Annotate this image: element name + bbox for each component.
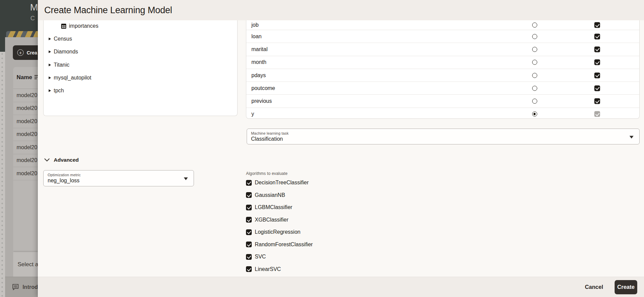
bg-table-row[interactable]: model20 <box>13 102 38 115</box>
tree-item-label: Diamonds <box>54 49 78 55</box>
feature-checkbox-disabled <box>594 111 600 117</box>
feature-checkbox[interactable] <box>594 60 600 65</box>
feature-checkbox[interactable] <box>594 22 600 28</box>
app-logo: M <box>30 2 38 13</box>
feature-checkbox[interactable] <box>594 85 600 91</box>
tree-item-tpch[interactable]: tpch <box>44 84 237 97</box>
algorithm-label: LGBMClassifier <box>255 204 292 210</box>
app-banner-image <box>6 31 38 37</box>
app-dotted-background <box>0 52 5 297</box>
algorithm-xgb[interactable]: XGBClassifier <box>246 216 313 224</box>
tree-item-label: Titanic <box>54 62 70 68</box>
create-ml-model-dialog: Create Machine Learning Model importance… <box>38 0 644 297</box>
arrow-right-icon[interactable] <box>49 50 51 53</box>
tree-item-importances[interactable]: importances <box>44 20 237 32</box>
cancel-button[interactable]: Cancel <box>579 280 609 294</box>
optimization-metric-select[interactable]: Optimization metric neg_log_loss <box>43 170 194 186</box>
optimization-metric-value: neg_log_loss <box>48 178 79 184</box>
target-radio[interactable] <box>532 86 537 91</box>
arrow-right-icon[interactable] <box>49 76 51 79</box>
bg-create-button-label: Crea <box>27 50 37 55</box>
target-radio[interactable] <box>532 34 537 39</box>
dialog-body: importances Census Diamonds Titanic mysq… <box>38 20 644 277</box>
checked-checkbox[interactable] <box>246 217 252 223</box>
algorithm-label: SVC <box>255 254 266 260</box>
bg-create-model-button[interactable]: + Crea <box>13 45 40 60</box>
bg-table-row[interactable]: model20 <box>13 167 38 180</box>
advanced-label: Advanced <box>54 157 79 163</box>
algorithm-label: DecisionTreeClassifier <box>255 180 308 186</box>
checked-checkbox[interactable] <box>246 242 252 247</box>
advanced-toggle[interactable]: Advanced <box>44 157 79 163</box>
sort-icon[interactable] <box>34 75 38 80</box>
ml-task-label: Machine learning task <box>251 131 289 135</box>
bg-table-row[interactable]: model20 <box>13 89 38 102</box>
bg-models-table: Name model20 model20 model20 model20 mod… <box>13 67 38 277</box>
target-radio[interactable] <box>532 23 537 28</box>
chevron-down-icon[interactable] <box>629 136 634 138</box>
bg-table-header-name[interactable]: Name <box>17 74 32 81</box>
bg-table-hint: Select a <box>13 252 38 277</box>
column-row-pdays: pdays <box>246 69 639 82</box>
feature-checkbox[interactable] <box>594 46 600 52</box>
feature-checkbox[interactable] <box>594 33 600 39</box>
algorithm-lgbm[interactable]: LGBMClassifier <box>246 204 313 211</box>
target-radio[interactable] <box>532 60 537 65</box>
tree-item-label: tpch <box>54 88 64 94</box>
ml-task-select[interactable]: Machine learning task Classification <box>247 129 640 144</box>
algorithm-label: LinearSVC <box>255 266 281 272</box>
algorithm-linearsvc[interactable]: LinearSVC <box>246 266 313 273</box>
target-radio[interactable] <box>532 47 537 52</box>
column-row-marital: marital <box>246 43 639 56</box>
screen: M C + Crea Name model20 model20 model20 … <box>0 0 644 297</box>
feature-checkbox[interactable] <box>594 98 600 104</box>
table-icon <box>61 24 66 29</box>
target-radio[interactable] <box>532 73 537 78</box>
algorithm-label: GaussianNB <box>255 192 285 198</box>
algorithm-decisiontree[interactable]: DecisionTreeClassifier <box>246 179 313 186</box>
arrow-right-icon[interactable] <box>49 38 51 40</box>
plus-circle-icon: + <box>17 49 24 56</box>
bg-table-row[interactable]: model20 <box>13 115 38 128</box>
bg-table-row[interactable]: model20 <box>13 154 38 167</box>
column-name: job <box>251 22 258 28</box>
algorithm-gaussiannb[interactable]: GaussianNB <box>246 191 313 199</box>
tree-item-diamonds[interactable]: Diamonds <box>44 45 237 58</box>
column-name: marital <box>251 46 268 52</box>
algorithm-svc[interactable]: SVC <box>246 253 313 260</box>
tree-item-mysql-autopilot[interactable]: mysql_autopilot <box>44 71 237 84</box>
target-radio[interactable] <box>532 99 537 104</box>
column-name: poutcome <box>251 85 275 91</box>
schema-tree-panel: importances Census Diamonds Titanic mysq… <box>43 20 238 116</box>
tree-item-titanic[interactable]: Titanic <box>44 59 237 71</box>
checked-checkbox[interactable] <box>246 266 252 272</box>
checked-checkbox[interactable] <box>246 192 252 198</box>
column-row-previous: previous <box>246 95 639 108</box>
feature-checkbox[interactable] <box>594 72 600 78</box>
algorithm-randomforest[interactable]: RandomForestClassifier <box>246 241 313 248</box>
bg-introduction-label: Introd <box>23 284 38 290</box>
bg-table-row[interactable]: model20 <box>13 128 38 141</box>
bg-table-header: Name <box>13 67 38 89</box>
chat-icon <box>12 284 19 290</box>
tree-item-label: Census <box>54 36 72 42</box>
column-name: pdays <box>251 72 266 78</box>
checked-checkbox[interactable] <box>246 180 252 186</box>
checked-checkbox[interactable] <box>246 254 252 260</box>
target-radio-selected[interactable] <box>532 112 537 117</box>
bg-introduction-item[interactable]: Introd <box>5 277 38 297</box>
columns-table-panel: job loan marital month <box>246 20 640 119</box>
algorithm-logisticregression[interactable]: LogisticRegression <box>246 228 313 236</box>
checked-checkbox[interactable] <box>246 229 252 235</box>
algorithms-group-label: Algorithms to evaluate <box>246 171 313 176</box>
create-button[interactable]: Create <box>615 280 637 294</box>
column-row-month: month <box>246 56 639 69</box>
column-row-y: y <box>246 108 639 119</box>
chevron-down-icon <box>44 158 50 162</box>
checked-checkbox[interactable] <box>246 205 252 210</box>
chevron-down-icon[interactable] <box>184 178 188 180</box>
bg-table-row[interactable]: model20 <box>13 141 38 154</box>
tree-item-census[interactable]: Census <box>44 32 237 45</box>
arrow-right-icon[interactable] <box>49 89 51 92</box>
arrow-right-icon[interactable] <box>49 64 51 66</box>
